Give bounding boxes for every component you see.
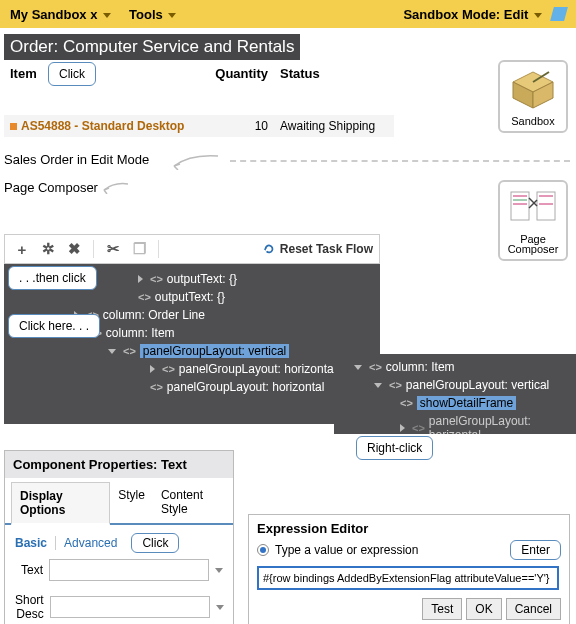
sandbox-topbar: My Sandbox x Tools Sandbox Mode: Edit <box>0 0 576 28</box>
reset-icon <box>262 242 276 256</box>
props-tabs: Display Options Style Content Style <box>5 482 233 525</box>
tree-node[interactable]: <>panelGroupLayout: vertical <box>338 376 574 394</box>
flag-icon[interactable] <box>550 7 568 21</box>
paste-button[interactable]: ❐ <box>128 238 150 260</box>
callout-right-click: Right-click <box>356 436 433 460</box>
label-page-composer: Page Composer <box>4 180 98 195</box>
subtab-basic[interactable]: Basic <box>15 536 47 550</box>
short-desc-field[interactable] <box>50 596 210 618</box>
page-composer-icon <box>509 188 557 228</box>
callout-then-click: . . .then click <box>8 266 97 290</box>
my-sandbox-menu[interactable]: My Sandbox x <box>10 7 111 22</box>
callout-subtab-click: Click <box>131 533 179 553</box>
tab-content-style[interactable]: Content Style <box>153 482 233 523</box>
item-status: Awaiting Shipping <box>274 115 394 137</box>
chevron-down-icon <box>534 13 542 18</box>
sandbox-icon <box>509 68 557 110</box>
label-text: Text <box>15 563 43 577</box>
tree-node-selected[interactable]: <>panelGroupLayout: vertical <box>8 342 376 360</box>
chevron-down-icon <box>103 13 111 18</box>
callout-click-item: Click <box>48 62 96 86</box>
expr-title: Expression Editor <box>257 521 561 536</box>
col-status: Status <box>274 62 394 85</box>
arrow-icon <box>100 180 130 194</box>
add-button[interactable]: + <box>11 238 33 260</box>
tree-node[interactable]: <>panelGroupLayout: horizontal <box>8 360 376 378</box>
cancel-button[interactable]: Cancel <box>506 598 561 620</box>
text-field[interactable] <box>49 559 209 581</box>
item-qty: 10 <box>204 115 274 137</box>
chevron-down-icon[interactable] <box>216 605 224 610</box>
component-properties-panel: Component Properties: Text Display Optio… <box>4 450 234 624</box>
item-link[interactable]: AS54888 - Standard Desktop <box>10 119 184 133</box>
label-short-desc: Short Desc <box>15 593 44 621</box>
sandbox-tile[interactable]: Sandbox <box>498 60 568 133</box>
chevron-down-icon <box>168 13 176 18</box>
tree-node-selected[interactable]: <>showDetailFrame <box>338 394 574 412</box>
col-qty: Quantity <box>204 62 274 85</box>
radio-type-value[interactable] <box>257 544 269 556</box>
expression-editor-panel: Expression Editor Type a value or expres… <box>248 514 570 624</box>
cut-button[interactable]: ✂ <box>102 238 124 260</box>
tools-menu[interactable]: Tools <box>129 7 176 22</box>
tree-node[interactable]: <>panelGroupLayout: horizontal <box>8 378 376 396</box>
page-composer-tile[interactable]: Page Composer <box>498 180 568 261</box>
delete-button[interactable]: ✖ <box>63 238 85 260</box>
col-item: Item <box>4 62 204 85</box>
subtab-advanced[interactable]: Advanced <box>64 536 117 550</box>
reset-task-flow-button[interactable]: Reset Task Flow <box>262 242 373 256</box>
radio-label: Type a value or expression <box>275 543 418 557</box>
pc-label2: Composer <box>500 243 566 255</box>
order-title: Order: Computer Service and Rentals <box>4 34 300 60</box>
label-sales-order: Sales Order in Edit Mode <box>4 152 149 167</box>
test-button[interactable]: Test <box>422 598 462 620</box>
ok-button[interactable]: OK <box>466 598 501 620</box>
tree-node[interactable]: <>outputText: {} <box>8 288 376 306</box>
callout-click-here: Click here. . . <box>8 314 100 338</box>
structure-tree-panel-secondary: <>column: Item <>panelGroupLayout: verti… <box>334 354 576 434</box>
sandbox-mode-menu[interactable]: Sandbox Mode: Edit <box>403 7 542 22</box>
table-row[interactable]: AS54888 - Standard Desktop 10 Awaiting S… <box>4 115 394 137</box>
arrow-icon <box>170 152 220 170</box>
tree-node[interactable]: <>column: Item <box>338 358 574 376</box>
tree-toolbar: + ✲ ✖ ✂ ❐ Reset Task Flow <box>4 234 380 264</box>
callout-enter: Enter <box>510 540 561 560</box>
sandbox-label: Sandbox <box>500 115 566 127</box>
expression-input[interactable] <box>257 566 559 590</box>
tab-display-options[interactable]: Display Options <box>11 482 110 525</box>
tab-style[interactable]: Style <box>110 482 153 523</box>
settings-button[interactable]: ✲ <box>37 238 59 260</box>
props-title: Component Properties: Text <box>5 451 233 478</box>
chevron-down-icon[interactable] <box>215 568 223 573</box>
